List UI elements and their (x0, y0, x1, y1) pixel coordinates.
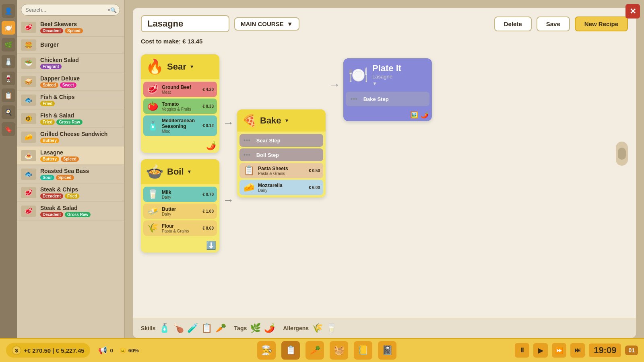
recipe-title-input[interactable] (141, 15, 229, 32)
bake-step-row[interactable]: ••• Bake Step (346, 92, 429, 106)
sidebar-nav-icon-cooking[interactable]: 🍳 (2, 105, 15, 119)
plate-name: Plate It (372, 63, 401, 74)
ingredient-butter[interactable]: 🧈 Butter Dairy € 1.00 (143, 204, 217, 219)
recipe-info: Chicken SaladFragrant (40, 57, 120, 69)
bottom-stock-button[interactable]: 🧺 (330, 341, 348, 360)
recipe-name: Beef Skewers (40, 21, 120, 27)
ingredient-mozzarella[interactable]: 🧀 Mozzarella Dairy € 6.00 (239, 180, 323, 195)
plate-dropdown-icon[interactable]: ▼ (372, 81, 377, 86)
skill-icon-flask: 🧪 (187, 323, 198, 333)
mood-area: 😐 60% (120, 348, 139, 354)
recipe-item[interactable]: 🍝LasagneButterySpiced (17, 146, 124, 165)
recipe-item[interactable]: 🥗Chicken SaladFragrant (17, 54, 124, 72)
pasta-price: € 0.50 (309, 169, 320, 173)
boil-dropdown-icon[interactable]: ▼ (187, 169, 192, 175)
recipe-info: LasagneButterySpiced (40, 149, 120, 162)
recipe-item[interactable]: 🍔Burger (17, 37, 124, 54)
sidebar-nav-icon-notes[interactable]: 📋 (2, 88, 15, 102)
cost-label: Cost to make: (141, 38, 181, 45)
recipe-name: Burger (40, 41, 120, 48)
tomato-icon: 🍅 (147, 101, 159, 111)
ingredient-pasta-sheets[interactable]: 📋 Pasta Sheets Pasta & Grains € 0.50 (239, 163, 323, 178)
recipe-thumb: 🐟 (21, 95, 36, 106)
recipe-tag: Fragrant (40, 64, 62, 69)
pause-button[interactable]: ⏸ (515, 343, 529, 358)
boil-card: 🍲 Boil ▼ 🥛 Milk Dairy € 0.70 🧈 (141, 159, 219, 253)
delete-button[interactable]: Delete (494, 16, 532, 31)
bottom-menu-button[interactable]: 📋 (281, 341, 300, 360)
boil-add-button[interactable]: ⬇️ (206, 241, 216, 250)
sidebar-nav-icon-recipes[interactable]: 🍽️ (2, 21, 15, 35)
recipe-thumb: 🥩 (21, 22, 36, 33)
recipe-name: Lasagne (40, 149, 120, 156)
sidebar-nav-icon-drinks[interactable]: 🍷 (2, 72, 15, 85)
milk-name: Milk (162, 189, 199, 195)
recipe-tag: Fried (65, 193, 79, 199)
bake-card: 🍕 Bake ▼ ••• Sear Step ••• Boil Step 📋 P… (237, 109, 326, 197)
recipe-tags: SpicedSweet (40, 82, 120, 88)
boil-to-bake-arrow: → (223, 194, 234, 207)
recipe-tags: Fried (40, 101, 120, 106)
ingredient-ground-beef[interactable]: 🥩 Ground Beef Meat € 4.20 (143, 82, 217, 97)
ingredient-mediterranean[interactable]: 🧴 Mediterranean Seasoning Misc € 0.12 (143, 115, 217, 136)
save-button[interactable]: Save (537, 16, 570, 31)
sidebar-nav-icon-spices[interactable]: 🧂 (2, 55, 15, 68)
bottom-center-nav: 👨‍🍳 📋 🥕 🧺 📒 📓 (139, 341, 515, 360)
main-area: MAIN COURSE ▼ Delete Save New Recipe Cos… (133, 8, 636, 338)
scroll-knob (618, 148, 626, 160)
recipe-item[interactable]: 🐟Fish & ChipsFried (17, 91, 124, 109)
milk-price: € 0.70 (202, 192, 214, 197)
plate-header: 🍽️ Plate It Lasagne ▼ (343, 58, 432, 92)
recipe-item[interactable]: 🧀Grilled Cheese SandwichButtery (17, 128, 124, 146)
plate-icon-1: 🖼️ (410, 111, 418, 119)
recipe-tag: Gross Raw (56, 119, 82, 125)
recipe-item[interactable]: 🥩Steak & ChipsDecadentFried (17, 183, 124, 202)
fast-forward-button[interactable]: ⏩ (552, 343, 566, 358)
sear-card: 🔥 Sear ▼ 🥩 Ground Beef Meat € 4.20 🍅 (141, 54, 219, 153)
recipe-thumb: 🧀 (21, 132, 36, 143)
cost-value: € 13.45 (182, 38, 202, 45)
sear-add-button[interactable]: 🌶️ (206, 141, 216, 150)
bake-icon: 🍕 (242, 113, 257, 128)
recipe-tag: Decadent (40, 28, 63, 33)
ingredient-flour[interactable]: 🌾 Flour Pasta & Grains € 0.60 (143, 220, 217, 236)
plate-info: Plate It Lasagne ▼ (372, 63, 401, 87)
milk-info: Milk Dairy (162, 189, 199, 200)
bottom-chef-button[interactable]: 👨‍🍳 (257, 341, 276, 360)
sear-step-row[interactable]: ••• Sear Step (239, 134, 323, 147)
boil-ingredients: 🥛 Milk Dairy € 0.70 🧈 Butter Dairy (141, 184, 219, 238)
recipe-item[interactable]: 🥩Steak & SaladDecadentGross Raw (17, 202, 124, 220)
bottom-notes-button[interactable]: 📒 (354, 341, 372, 360)
bottom-log-button[interactable]: 📓 (378, 341, 396, 360)
close-button[interactable]: ✕ (625, 4, 640, 19)
scroll-handle[interactable] (616, 142, 628, 166)
skip-button[interactable]: ⏭ (570, 343, 585, 358)
milk-icon: 🥛 (147, 189, 159, 200)
recipe-item[interactable]: 🐠Fish & SaladFriedGross Raw (17, 109, 124, 128)
butter-price: € 1.00 (202, 209, 214, 214)
cook-cards-column: 🔥 Sear ▼ 🥩 Ground Beef Meat € 4.20 🍅 (141, 54, 219, 253)
bake-steps-list: ••• Sear Step ••• Boil Step 📋 Pasta Shee… (237, 132, 326, 197)
sidebar-nav-icon-ingredients[interactable]: 🌿 (2, 38, 15, 51)
ingredient-tomato[interactable]: 🍅 Tomato Veggies & Fruits € 0.33 (143, 99, 217, 114)
ingredient-milk[interactable]: 🥛 Milk Dairy € 0.70 (143, 187, 217, 202)
new-recipe-button[interactable]: New Recipe (575, 16, 628, 31)
skills-bar: Skills 🧴 🍗 🧪 📋 🥕 Tags 🌿 🌶️ Allergens 🌾 🥛 (133, 318, 636, 338)
sidebar-nav-icon-tags[interactable]: 🔖 (2, 122, 15, 136)
recipe-item[interactable]: 🥪Dapper DeluxeSpicedSweet (17, 72, 124, 91)
allergens-section: Allergens 🌾 🥛 (283, 323, 337, 333)
sear-dropdown-icon[interactable]: ▼ (190, 64, 194, 70)
boil-step-row[interactable]: ••• Boil Step (239, 148, 323, 161)
recipe-item[interactable]: 🐟Roasted Sea BassSourSpiced (17, 165, 124, 183)
sidebar: 👤 🍽️ 🌿 🧂 🍷 📋 🍳 🔖 ✕ 🔍 🥩Beef SkewersDecade… (0, 0, 125, 362)
bake-dropdown-icon[interactable]: ▼ (285, 118, 289, 123)
recipe-item[interactable]: 🥩Beef SkewersDecadentSpiced (17, 18, 124, 37)
sidebar-nav-icon-profile[interactable]: 👤 (2, 4, 15, 18)
bottom-ingredients-button[interactable]: 🥕 (305, 341, 324, 360)
course-select[interactable]: MAIN COURSE ▼ (234, 17, 299, 31)
pasta-icon: 📋 (243, 165, 255, 176)
search-input[interactable] (21, 4, 120, 16)
skills-section: Skills 🧴 🍗 🧪 📋 🥕 (141, 323, 226, 333)
play-button[interactable]: ▶ (533, 343, 548, 358)
recipe-thumb: 🥩 (21, 187, 36, 198)
